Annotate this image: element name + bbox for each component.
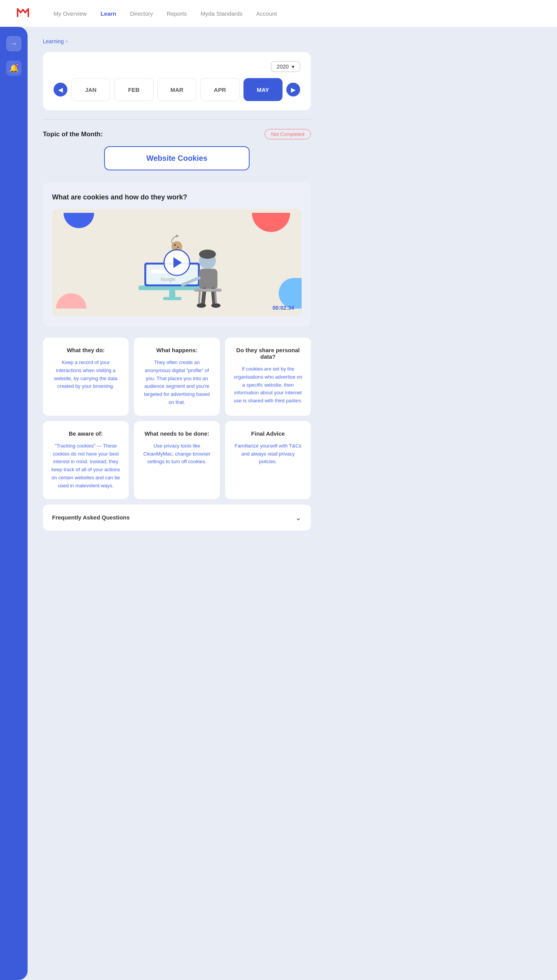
nav-myda-standards[interactable]: Myda Standards bbox=[201, 10, 242, 17]
decoration-pink-bottom-left bbox=[56, 293, 87, 309]
year-dropdown[interactable]: 2020 ▾ bbox=[271, 61, 300, 72]
top-nav: My Overview Learn Directory Reports Myda… bbox=[0, 0, 557, 27]
months-row: ◀ JAN FEB MAR APR MAY ▶ bbox=[54, 78, 300, 101]
info-card-share-data: Do they share personal data? If cookies … bbox=[225, 338, 311, 416]
topic-row: Topic of the Month: Not Completed bbox=[43, 129, 311, 139]
month-feb[interactable]: FEB bbox=[114, 78, 153, 101]
not-completed-badge: Not Completed bbox=[265, 129, 311, 139]
video-illustration: Noogle bbox=[52, 209, 302, 316]
nav-directory[interactable]: Directory bbox=[130, 10, 153, 17]
prev-month-button[interactable]: ◀ bbox=[54, 83, 67, 96]
faq-label: Frequently Asked Questions bbox=[52, 514, 130, 521]
section-divider bbox=[43, 119, 311, 120]
svg-line-17 bbox=[199, 291, 200, 303]
info-cards-row-1: What they do: Keep a record of your inte… bbox=[43, 338, 311, 416]
main-content: Learning › 2020 ▾ ◀ JAN FEB MAR APR MAY … bbox=[28, 27, 326, 980]
video-container: Noogle bbox=[52, 209, 302, 316]
info-card-text-3: If cookies are set by the organisations … bbox=[232, 365, 304, 405]
video-duration: 00:02:34 bbox=[273, 305, 294, 311]
sidebar-notifications-button[interactable]: 🔔 bbox=[6, 60, 21, 76]
info-card-what-happens: What happens: They often create an anony… bbox=[134, 338, 220, 416]
svg-line-18 bbox=[215, 291, 216, 303]
info-card-title-1: What they do: bbox=[50, 347, 122, 353]
info-card-what-to-do: What needs to be done: Use privacy tools… bbox=[134, 421, 220, 499]
main-layout: → 🔔 Learning › 2020 ▾ ◀ JAN FEB MAR bbox=[0, 27, 557, 980]
svg-marker-23 bbox=[175, 234, 179, 237]
breadcrumb-text[interactable]: Learning bbox=[43, 38, 64, 44]
nav-account[interactable]: Account bbox=[256, 10, 277, 17]
topic-label: Topic of the Month: bbox=[43, 131, 103, 138]
nav-learn[interactable]: Learn bbox=[101, 10, 116, 17]
decoration-pink-top-right bbox=[252, 213, 290, 232]
svg-point-21 bbox=[177, 247, 179, 248]
month-mar[interactable]: MAR bbox=[157, 78, 196, 101]
faq-chevron-icon: ⌄ bbox=[295, 513, 302, 522]
sidebar-collapse-button[interactable]: → bbox=[6, 36, 21, 51]
topic-title-button[interactable]: Website Cookies bbox=[104, 146, 250, 170]
info-card-what-they-do: What they do: Keep a record of your inte… bbox=[43, 338, 129, 416]
info-card-text-6: Familiarize yourself with T&Cs and alway… bbox=[232, 442, 304, 466]
info-card-be-aware: Be aware of: "Tracking cookies" — These … bbox=[43, 421, 129, 499]
notification-badge bbox=[15, 63, 19, 67]
svg-point-9 bbox=[199, 250, 216, 259]
nav-my-overview[interactable]: My Overview bbox=[54, 10, 87, 17]
decoration-blue-bottom-right bbox=[279, 278, 302, 309]
month-may[interactable]: MAY bbox=[243, 78, 283, 101]
info-card-title-4: Be aware of: bbox=[50, 430, 122, 437]
video-play-button[interactable] bbox=[163, 249, 190, 276]
svg-rect-3 bbox=[163, 297, 181, 300]
decoration-blue-top-left bbox=[64, 213, 94, 228]
video-title: What are cookies and how do they work? bbox=[52, 193, 302, 201]
year-select-row: 2020 ▾ bbox=[54, 61, 300, 72]
sidebar: → 🔔 bbox=[0, 27, 28, 980]
info-card-text-2: They often create an anonymous digital "… bbox=[141, 359, 213, 407]
play-triangle-icon bbox=[173, 257, 182, 268]
year-dropdown-arrow-icon: ▾ bbox=[292, 64, 294, 70]
breadcrumb: Learning › bbox=[43, 38, 311, 44]
svg-text:Noogle: Noogle bbox=[161, 277, 175, 282]
info-card-title-2: What happens: bbox=[141, 347, 213, 353]
info-card-title-5: What needs to be done: bbox=[141, 430, 213, 437]
info-card-text-4: "Tracking cookies" — These cookies do no… bbox=[50, 442, 122, 490]
nav-reports[interactable]: Reports bbox=[167, 10, 187, 17]
svg-rect-16 bbox=[194, 289, 222, 292]
info-card-title-6: Final Advice bbox=[232, 430, 304, 437]
month-jan[interactable]: JAN bbox=[71, 78, 110, 101]
svg-point-15 bbox=[211, 303, 221, 308]
next-month-button[interactable]: ▶ bbox=[286, 83, 300, 96]
calendar-card: 2020 ▾ ◀ JAN FEB MAR APR MAY ▶ bbox=[43, 52, 311, 110]
faq-accordion[interactable]: Frequently Asked Questions ⌄ bbox=[43, 505, 311, 531]
svg-point-20 bbox=[174, 244, 176, 246]
logo bbox=[15, 5, 38, 22]
info-card-text-1: Keep a record of your interactions when … bbox=[50, 359, 122, 390]
info-card-title-3: Do they share personal data? bbox=[232, 347, 304, 360]
breadcrumb-chevron-icon: › bbox=[66, 39, 68, 44]
info-card-final-advice: Final Advice Familiarize yourself with T… bbox=[225, 421, 311, 499]
year-value: 2020 bbox=[277, 64, 289, 70]
nav-links: My Overview Learn Directory Reports Myda… bbox=[54, 10, 542, 17]
svg-rect-2 bbox=[169, 290, 175, 298]
svg-point-14 bbox=[197, 303, 206, 308]
svg-rect-10 bbox=[199, 269, 217, 290]
info-cards-row-2: Be aware of: "Tracking cookies" — These … bbox=[43, 421, 311, 499]
month-apr[interactable]: APR bbox=[200, 78, 239, 101]
video-card: What are cookies and how do they work? bbox=[43, 183, 311, 327]
info-card-text-5: Use privacy tools like CleanMyMac, chang… bbox=[141, 442, 213, 466]
